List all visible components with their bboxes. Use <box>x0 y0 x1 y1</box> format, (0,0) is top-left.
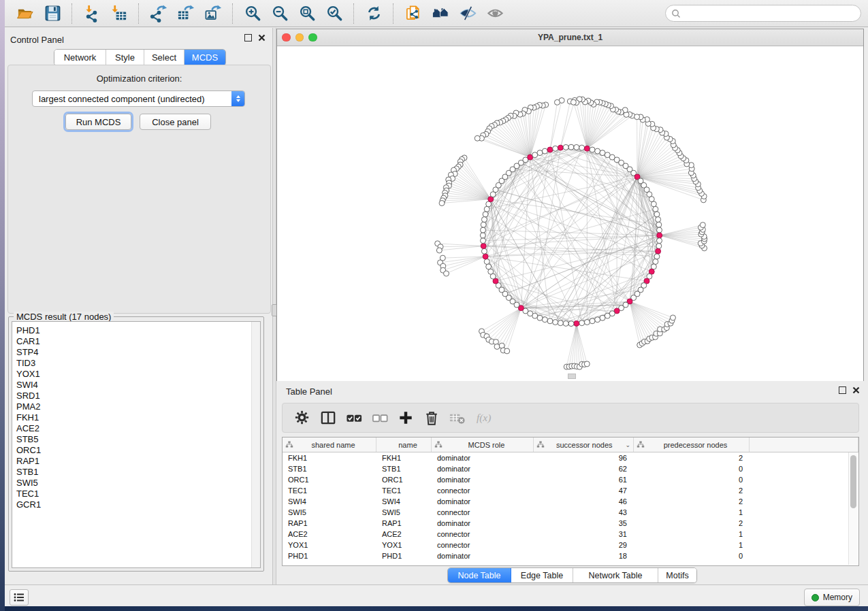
mcds-result-item[interactable]: YOX1 <box>12 369 260 380</box>
tab-select[interactable]: Select <box>144 50 184 65</box>
refresh-button[interactable] <box>362 2 385 25</box>
network-node[interactable] <box>563 144 568 150</box>
network-node[interactable] <box>584 320 590 325</box>
select-all-button[interactable] <box>344 408 364 428</box>
column-header-name[interactable]: name <box>376 437 432 452</box>
satellite-node[interactable] <box>475 135 480 141</box>
network-graph[interactable] <box>277 46 863 381</box>
network-node[interactable] <box>595 317 600 323</box>
network-node[interactable] <box>542 148 547 154</box>
show-hide-button[interactable] <box>456 2 479 25</box>
float-table-panel-icon[interactable] <box>839 386 846 394</box>
column-header-shared-name[interactable]: shared name <box>283 437 376 452</box>
zoom-out-button[interactable] <box>268 2 291 25</box>
network-node[interactable] <box>568 321 574 327</box>
mcds-result-item[interactable]: ORC1 <box>12 445 260 456</box>
network-node[interactable] <box>486 264 492 269</box>
satellite-node[interactable] <box>570 99 576 105</box>
network-node[interactable] <box>488 269 494 274</box>
mcds-hub-node[interactable] <box>547 147 553 152</box>
mcds-result-item[interactable]: SWI4 <box>12 380 260 391</box>
column-header-predecessor-nodes[interactable]: predecessor nodes <box>634 437 750 452</box>
network-node[interactable] <box>481 227 486 233</box>
gear-button[interactable] <box>292 408 312 428</box>
network-node[interactable] <box>600 315 605 320</box>
network-node[interactable] <box>657 238 662 244</box>
mcds-list-scrollbar[interactable] <box>251 322 260 567</box>
mcds-result-item[interactable]: PHD1 <box>12 325 260 336</box>
network-node[interactable] <box>654 254 660 259</box>
tab-network-table[interactable]: Network Table <box>573 568 658 582</box>
table-row[interactable]: SWI5SWI5connector431 <box>283 507 858 518</box>
task-history-button[interactable] <box>10 589 29 606</box>
mcds-hub-node[interactable] <box>483 254 488 259</box>
network-node[interactable] <box>653 206 658 212</box>
search-input[interactable] <box>681 8 855 19</box>
satellite-node[interactable] <box>504 348 510 354</box>
share-document-button[interactable] <box>402 2 425 25</box>
network-node[interactable] <box>651 264 656 269</box>
network-canvas[interactable] <box>277 46 863 381</box>
eye-disabled-button[interactable] <box>483 2 507 25</box>
close-panel-button[interactable]: Close panel <box>140 114 211 130</box>
mcds-result-item[interactable]: STB1 <box>12 467 260 478</box>
add-button[interactable] <box>396 408 416 428</box>
tab-network[interactable]: Network <box>54 50 106 65</box>
network-node[interactable] <box>656 217 661 222</box>
mcds-result-item[interactable]: STP4 <box>12 347 260 358</box>
network-node[interactable] <box>656 222 662 227</box>
mcds-result-item[interactable]: GCR1 <box>12 499 260 510</box>
table-scrollbar[interactable] <box>848 452 858 565</box>
network-node[interactable] <box>563 320 568 326</box>
network-node[interactable] <box>486 201 492 207</box>
tab-motifs[interactable]: Motifs <box>658 568 696 582</box>
network-node[interactable] <box>595 148 600 154</box>
zoom-fit-button[interactable] <box>295 2 319 25</box>
network-node[interactable] <box>590 318 595 324</box>
mcds-result-item[interactable]: SRD1 <box>12 391 260 401</box>
split-divider-chip[interactable] <box>568 374 576 379</box>
mcds-hub-node[interactable] <box>657 233 662 238</box>
open-folder-button[interactable] <box>14 2 37 25</box>
float-panel-icon[interactable] <box>244 34 252 42</box>
zoom-in-button[interactable] <box>241 2 264 25</box>
mcds-result-item[interactable]: RAP1 <box>12 456 260 467</box>
tab-style[interactable]: Style <box>106 50 144 65</box>
mcds-hub-node[interactable] <box>558 145 563 150</box>
tab-edge-table[interactable]: Edge Table <box>511 568 573 582</box>
satellite-node[interactable] <box>439 201 445 206</box>
table-row[interactable]: PHD1PHD1dominator180 <box>283 550 858 561</box>
network-node[interactable] <box>481 238 486 244</box>
close-table-panel-icon[interactable] <box>852 386 860 394</box>
mcds-result-item[interactable]: TEC1 <box>12 489 260 499</box>
satellite-node[interactable] <box>494 344 500 349</box>
mcds-result-item[interactable]: ACE2 <box>12 423 260 434</box>
table-scrollbar-thumb[interactable] <box>850 455 856 508</box>
column-menu-icon[interactable]: ⌄ <box>625 442 630 448</box>
network-node[interactable] <box>656 244 662 249</box>
export-network-button[interactable] <box>147 2 170 25</box>
column-header-MCDS-role[interactable]: MCDS role <box>432 437 534 452</box>
save-button[interactable] <box>41 2 64 25</box>
table-row[interactable]: ACE2ACE2connector311 <box>283 529 858 540</box>
mcds-result-item[interactable]: PMA2 <box>12 401 260 412</box>
table-row[interactable]: RAP1RAP1dominator352 <box>283 518 858 529</box>
network-node[interactable] <box>481 248 487 254</box>
satellite-node[interactable] <box>670 315 675 320</box>
mcds-result-item[interactable]: STB5 <box>12 434 260 445</box>
optimization-criterion-select[interactable]: largest connected component (undirected) <box>32 90 245 107</box>
network-node[interactable] <box>483 212 488 217</box>
zoom-selected-button[interactable] <box>323 2 346 25</box>
network-node[interactable] <box>574 144 579 150</box>
network-node[interactable] <box>579 320 585 326</box>
import-table-button[interactable] <box>108 2 131 25</box>
deselect-all-button[interactable] <box>370 408 390 428</box>
table-row[interactable]: ORC1ORC1dominator610 <box>283 474 858 485</box>
network-node[interactable] <box>553 320 558 325</box>
table-row[interactable]: YOX1YOX1connector291 <box>283 540 858 550</box>
mcds-hub-node[interactable] <box>481 244 486 249</box>
network-node[interactable] <box>649 197 654 202</box>
network-node[interactable] <box>537 315 543 320</box>
network-node[interactable] <box>654 212 660 217</box>
columns-button[interactable] <box>318 408 338 428</box>
